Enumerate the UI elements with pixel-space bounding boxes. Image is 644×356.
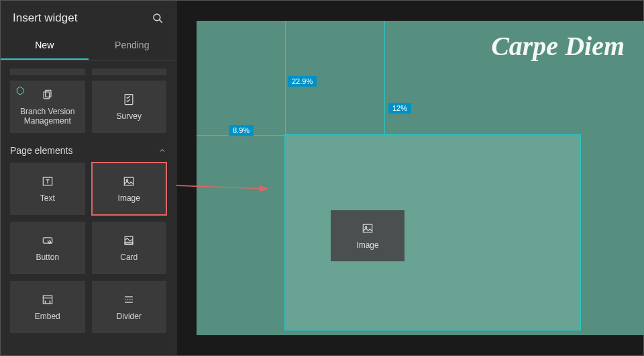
svg-line-1: [160, 20, 162, 23]
widget-image[interactable]: Image: [92, 163, 167, 215]
tab-new[interactable]: New: [1, 32, 89, 60]
widget-label: Text: [38, 193, 58, 203]
widget-survey[interactable]: Survey: [92, 81, 167, 133]
widget-label: Divider: [114, 312, 144, 321]
offset-badge-left: 8.9%: [229, 125, 254, 136]
svg-rect-4: [44, 91, 49, 98]
svg-rect-12: [43, 296, 52, 304]
chevron-up-icon: [158, 146, 166, 154]
svg-rect-3: [45, 90, 50, 97]
page-surface[interactable]: Carpe Diem 22.9% 8.9% 12% Image: [197, 21, 644, 335]
widget-stub[interactable]: [92, 69, 167, 75]
top-widget-grid: Branch Version Management Survey: [10, 81, 166, 133]
svg-rect-13: [363, 224, 372, 232]
tab-pending[interactable]: Pending: [89, 32, 176, 60]
section-title: Page elements: [10, 145, 72, 156]
widget-label: Embed: [32, 312, 63, 321]
page-elements-grid: Text Image Button: [10, 163, 166, 333]
panel-title: Insert widget: [13, 11, 77, 25]
sidebar-tabs: New Pending: [1, 32, 176, 60]
insert-widget-panel: Insert widget New Pending: [1, 1, 176, 355]
svg-rect-11: [125, 242, 133, 244]
widget-scroll: Branch Version Management Survey Page el…: [1, 60, 176, 355]
section-header-page-elements[interactable]: Page elements: [10, 145, 166, 156]
offset-badge-right: 12%: [388, 103, 411, 114]
widget-label: Image: [115, 193, 143, 203]
clipboard-check-icon: [122, 93, 136, 106]
app-root: Insert widget New Pending: [0, 0, 644, 356]
embed-icon: [41, 293, 54, 306]
widget-stub[interactable]: [10, 69, 85, 75]
image-icon: [361, 222, 374, 235]
widget-text[interactable]: Text: [10, 163, 85, 215]
widget-label: Branch Version Management: [10, 107, 85, 126]
card-icon: [122, 234, 136, 247]
divider-icon: [122, 293, 136, 306]
widget-branch-version-management[interactable]: Branch Version Management: [10, 81, 85, 133]
widget-label: Survey: [114, 112, 144, 121]
widget-divider[interactable]: Divider: [92, 281, 167, 333]
guide-vertical-left: [285, 21, 286, 135]
svg-rect-5: [125, 94, 133, 104]
image-dropzone[interactable]: [285, 135, 580, 330]
widget-button[interactable]: Button: [10, 222, 85, 274]
button-icon: [41, 234, 54, 247]
guide-vertical-right: [384, 21, 385, 135]
design-canvas[interactable]: Carpe Diem 22.9% 8.9% 12% Image: [176, 1, 643, 355]
image-icon: [122, 175, 136, 188]
search-icon[interactable]: [152, 12, 164, 24]
beta-badge-icon: [15, 86, 25, 95]
sidebar-header: Insert widget: [1, 1, 176, 32]
stack-icon: [41, 88, 54, 101]
offset-badge-top: 22.9%: [288, 76, 317, 87]
placeholder-label: Image: [356, 240, 378, 250]
text-icon: [41, 175, 54, 188]
svg-point-0: [154, 14, 160, 21]
widget-label: Card: [117, 253, 140, 262]
svg-marker-2: [17, 87, 23, 95]
widget-label: Button: [33, 253, 62, 262]
svg-rect-7: [125, 177, 133, 185]
widget-card[interactable]: Card: [92, 222, 167, 274]
image-placeholder[interactable]: Image: [331, 210, 405, 261]
widget-embed[interactable]: Embed: [10, 281, 85, 333]
page-title: Carpe Diem: [491, 30, 625, 62]
partial-row: [10, 69, 166, 75]
